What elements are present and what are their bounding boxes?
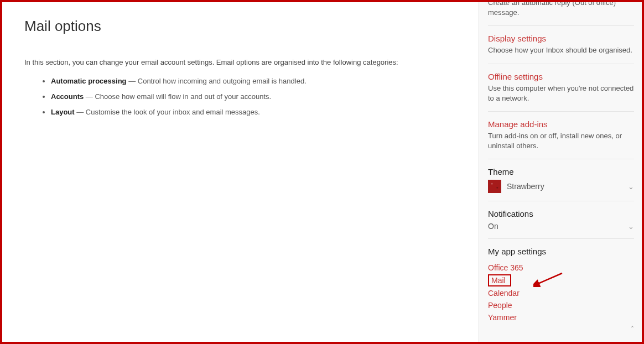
app-link-people[interactable]: People (488, 299, 634, 311)
app-settings-label: My app settings (488, 247, 634, 256)
notifications-value: On (488, 222, 628, 231)
notifications-label: Notifications (488, 209, 634, 218)
option-text: Customise the look of your inbox and ema… (86, 108, 260, 116)
intro-text: In this section, you can change your ema… (24, 58, 456, 66)
app-settings-list: Office 365 Mail Calendar People Yammer (488, 259, 634, 324)
display-settings-section[interactable]: Display settings Choose how your Inbox s… (488, 26, 634, 64)
section-desc: Choose how your Inbox should be organise… (488, 45, 634, 55)
chevron-up-icon: ˄ (631, 325, 634, 333)
list-item: Accounts — Choose how email will flow in… (51, 92, 456, 102)
chevron-down-icon: ⌄ (628, 222, 634, 231)
automatic-replies-section[interactable]: Create an automatic reply (Out of office… (488, 2, 634, 26)
theme-swatch-icon (488, 180, 501, 193)
main-content: Mail options In this section, you can ch… (2, 2, 479, 342)
option-label: Accounts (51, 92, 84, 101)
page-title: Mail options (24, 18, 456, 35)
theme-section: Theme Strawberry ⌄ (488, 159, 634, 201)
app-link-office365[interactable]: Office 365 (488, 262, 634, 274)
theme-value: Strawberry (507, 182, 622, 191)
app-link-mail[interactable]: Mail (488, 274, 511, 286)
section-title[interactable]: Display settings (488, 34, 634, 43)
list-item: Layout — Customise the look of your inbo… (51, 107, 456, 117)
settings-sidebar: Create an automatic reply (Out of office… (479, 2, 642, 342)
notifications-section: Notifications On ⌄ (488, 201, 634, 239)
option-sep: — (84, 92, 95, 101)
theme-label: Theme (488, 167, 634, 176)
app-settings-section: My app settings Office 365 Mail Calendar… (488, 239, 634, 331)
manage-addins-section[interactable]: Manage add-ins Turn add-ins on or off, i… (488, 112, 634, 159)
list-item: Automatic processing — Control how incom… (51, 76, 456, 86)
option-label: Layout (51, 108, 75, 116)
section-title[interactable]: Offline settings (488, 72, 634, 81)
app-link-yammer[interactable]: Yammer (488, 311, 634, 324)
app-frame: Mail options In this section, you can ch… (0, 0, 644, 344)
app-link-calendar[interactable]: Calendar (488, 287, 634, 299)
chevron-down-icon: ⌄ (628, 183, 634, 191)
option-sep: — (75, 108, 86, 116)
options-list: Automatic processing — Control how incom… (24, 76, 456, 118)
section-desc: Create an automatic reply (Out of office… (488, 2, 634, 18)
theme-selector[interactable]: Strawberry ⌄ (488, 180, 634, 193)
option-label: Automatic processing (51, 77, 127, 85)
section-title[interactable]: Manage add-ins (488, 119, 634, 129)
option-sep: — (127, 77, 138, 85)
offline-settings-section[interactable]: Offline settings Use this computer when … (488, 64, 634, 112)
option-text: Control how incoming and outgoing email … (138, 77, 307, 85)
notifications-selector[interactable]: On ⌄ (488, 222, 634, 231)
section-desc: Turn add-ins on or off, install new ones… (488, 131, 634, 151)
section-desc: Use this computer when you're not connec… (488, 84, 634, 103)
scroll-up-button[interactable]: ˄ (626, 323, 638, 335)
option-text: Choose how email will flow in and out of… (95, 92, 271, 101)
